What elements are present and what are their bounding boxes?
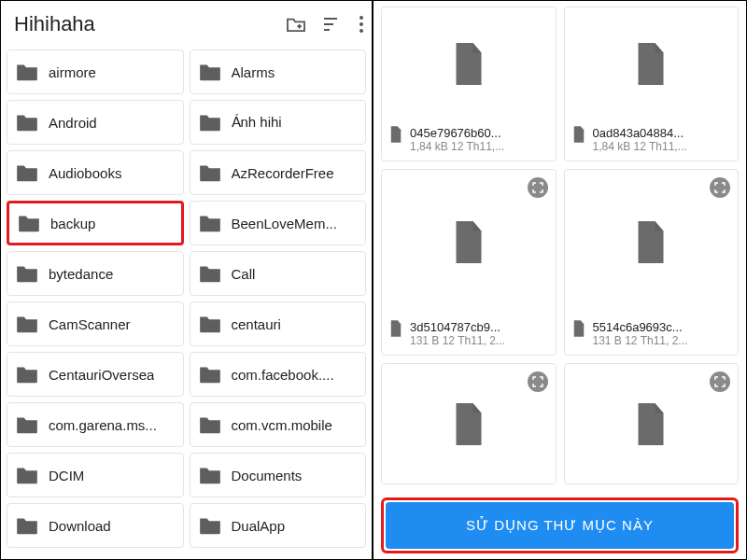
folder-item[interactable]: DCIM <box>7 453 184 497</box>
folder-icon <box>17 213 41 233</box>
folder-item[interactable]: Call <box>190 251 367 296</box>
svg-point-0 <box>359 16 363 20</box>
folder-icon <box>198 314 222 334</box>
folder-grid: airmoreAlarmsAndroidẢnh hihiAudiobooksAz… <box>1 48 372 550</box>
file-card[interactable]: 5514c6a9693c...131 B 12 Th11, 2... <box>564 169 740 356</box>
folder-item[interactable]: Ảnh hihi <box>190 100 367 145</box>
header: Hihihaha <box>1 1 372 48</box>
folder-label: airmore <box>49 64 96 80</box>
folder-item[interactable]: BeenLoveMem... <box>190 201 367 245</box>
folder-icon <box>198 364 222 385</box>
folder-label: Call <box>232 266 256 282</box>
file-card[interactable] <box>564 363 740 484</box>
file-thumbnail <box>565 7 739 120</box>
folder-label: DualApp <box>232 518 286 534</box>
folder-item[interactable]: AzRecorderFree <box>190 150 367 195</box>
file-name: 045e79676b60... <box>410 126 548 140</box>
folder-item[interactable]: bytedance <box>7 251 184 296</box>
svg-point-1 <box>359 22 363 26</box>
file-preview-panel: 045e79676b60...1,84 kB 12 Th11,...0ad843… <box>374 1 746 559</box>
file-card[interactable]: 045e79676b60...1,84 kB 12 Th11,... <box>381 7 557 161</box>
folder-item[interactable]: centauri <box>190 301 367 346</box>
folder-label: CentauriOversea <box>49 367 154 383</box>
file-card[interactable]: 3d5104787cb9...131 B 12 Th11, 2... <box>381 169 557 356</box>
folder-icon <box>198 162 222 183</box>
folder-label: CamScanner <box>49 316 131 332</box>
folder-icon <box>198 414 222 435</box>
expand-icon[interactable] <box>528 177 548 198</box>
folder-item[interactable]: com.facebook.... <box>190 352 367 397</box>
file-meta: 131 B 12 Th11, 2... <box>410 334 548 347</box>
folder-label: Ảnh hihi <box>232 114 282 131</box>
folder-item[interactable]: DualApp <box>190 503 367 548</box>
folder-label: BeenLoveMem... <box>232 216 337 231</box>
folder-item[interactable]: CamScanner <box>7 301 184 346</box>
folder-icon <box>15 465 39 485</box>
use-this-folder-button[interactable]: SỬ DỤNG THƯ MỤC NÀY <box>386 502 734 549</box>
file-grid: 045e79676b60...1,84 kB 12 Th11,...0ad843… <box>374 1 746 559</box>
folder-label: centauri <box>232 316 281 332</box>
page-title: Hihihaha <box>14 12 286 36</box>
folder-label: DCIM <box>49 468 84 483</box>
folder-icon <box>198 515 222 536</box>
folder-label: Alarms <box>232 64 275 80</box>
folder-icon <box>15 414 39 435</box>
folder-item[interactable]: Download <box>7 503 184 548</box>
folder-label: com.vcm.mobile <box>232 417 332 433</box>
folder-label: backup <box>50 216 95 231</box>
file-footer: 045e79676b60...1,84 kB 12 Th11,... <box>382 120 556 161</box>
file-small-icon <box>572 126 585 143</box>
folder-label: AzRecorderFree <box>232 165 334 181</box>
expand-icon[interactable] <box>710 371 730 392</box>
folder-label: Documents <box>232 468 303 483</box>
folder-item[interactable]: Audiobooks <box>7 150 184 195</box>
folder-icon <box>15 112 39 133</box>
folder-icon <box>15 364 39 385</box>
file-small-icon <box>389 320 402 337</box>
folder-browser-panel: Hihihaha airmoreAlarmsAndroidẢnh hihiAud… <box>1 1 374 559</box>
folder-label: com.facebook.... <box>232 367 334 383</box>
file-card[interactable] <box>381 363 557 484</box>
folder-icon <box>15 314 39 334</box>
folder-icon <box>198 62 222 82</box>
new-folder-icon[interactable] <box>286 16 306 33</box>
file-meta: 1,84 kB 12 Th11,... <box>410 140 548 153</box>
file-card[interactable]: 0ad843a04884...1,84 kB 12 Th11,... <box>564 7 740 161</box>
expand-icon[interactable] <box>710 177 730 198</box>
folder-icon <box>15 263 39 284</box>
file-meta: 131 B 12 Th11, 2... <box>593 334 731 347</box>
more-icon[interactable] <box>359 16 364 33</box>
file-small-icon <box>572 320 585 337</box>
folder-icon <box>15 162 39 183</box>
folder-item[interactable]: com.garena.ms... <box>7 402 184 447</box>
folder-label: com.garena.ms... <box>49 417 157 433</box>
button-highlight-frame: SỬ DỤNG THƯ MỤC NÀY <box>381 497 739 553</box>
file-meta: 1,84 kB 12 Th11,... <box>593 140 731 153</box>
svg-point-2 <box>359 29 363 33</box>
folder-item[interactable]: Documents <box>190 453 367 497</box>
folder-icon <box>15 62 39 82</box>
file-footer: 3d5104787cb9...131 B 12 Th11, 2... <box>382 315 556 355</box>
folder-item[interactable]: Alarms <box>190 49 367 94</box>
file-footer: 0ad843a04884...1,84 kB 12 Th11,... <box>565 120 739 161</box>
file-name: 3d5104787cb9... <box>410 320 548 334</box>
folder-icon <box>198 112 222 133</box>
expand-icon[interactable] <box>528 371 548 392</box>
folder-icon <box>198 213 222 233</box>
file-name: 5514c6a9693c... <box>593 320 731 334</box>
file-footer: 5514c6a9693c...131 B 12 Th11, 2... <box>565 315 739 355</box>
folder-label: Android <box>49 115 97 131</box>
folder-item[interactable]: airmore <box>7 49 184 94</box>
folder-item[interactable]: Android <box>7 100 184 145</box>
file-name: 0ad843a04884... <box>593 126 731 140</box>
folder-item[interactable]: com.vcm.mobile <box>190 402 367 447</box>
folder-item[interactable]: CentauriOversea <box>7 352 184 397</box>
bottom-bar: SỬ DỤNG THƯ MỤC NÀY <box>381 497 739 553</box>
folder-icon <box>15 515 39 536</box>
folder-label: bytedance <box>49 266 113 282</box>
folder-item[interactable]: backup <box>7 201 184 245</box>
header-actions <box>286 16 364 33</box>
folder-icon <box>198 263 222 284</box>
sort-icon[interactable] <box>323 17 342 32</box>
file-thumbnail <box>382 7 556 120</box>
